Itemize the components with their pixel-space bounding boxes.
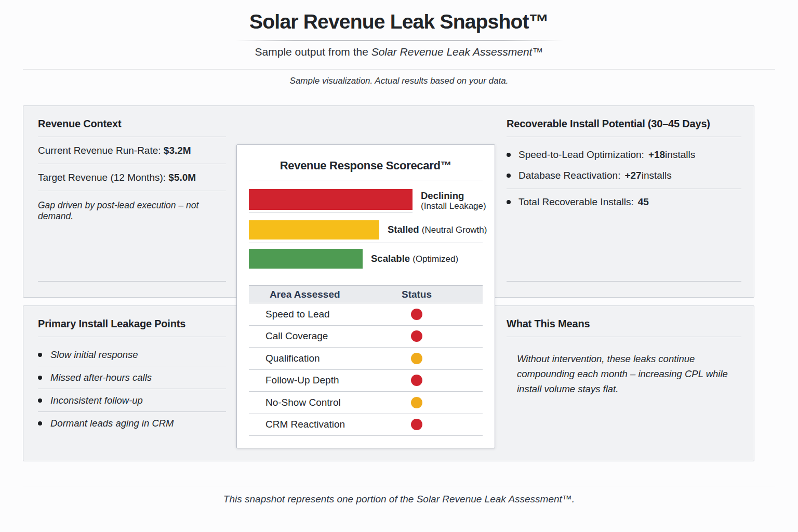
list-item-total: Total Recoverable Installs:45	[507, 189, 741, 212]
status-dot-icon	[411, 397, 422, 408]
list-item: Inconsistent follow-up	[38, 389, 226, 412]
declining-label-sub: (Install Leakage)	[421, 201, 486, 211]
scalable-label-sub: (Optimized)	[413, 254, 458, 264]
sample-visualization-note: Sample visualization. Actual results bas…	[0, 76, 798, 86]
table-row: Call Coverage	[249, 326, 483, 348]
declining-label-main: Declining	[421, 190, 486, 202]
what-this-means-section: What This Means Without intervention, th…	[507, 306, 741, 397]
revenue-context-heading: Revenue Context	[38, 106, 226, 137]
footer-note: This snapshot represents one portion of …	[0, 494, 798, 505]
list-item: Database Reactivation:+27 installs	[507, 165, 741, 186]
leakage-points-section: Primary Install Leakage Points Slow init…	[38, 306, 226, 434]
area-cell: Call Coverage	[249, 330, 385, 342]
stalled-label-main: Stalled	[388, 224, 419, 235]
list-item: Missed after-hours calls	[38, 366, 226, 389]
table-row: No-Show Control	[249, 392, 483, 414]
scalable-label: Scalable (Optimized)	[371, 253, 458, 264]
stalled-label: Stalled (Neutral Growth)	[388, 224, 487, 235]
stalled-bar	[249, 220, 379, 240]
status-dot-icon	[411, 419, 422, 430]
table-row: Follow-Up Depth	[249, 370, 483, 392]
area-cell: CRM Reactivation	[249, 419, 385, 430]
declining-label: Declining (Install Leakage)	[421, 190, 486, 212]
total-recoverable-value: 45	[638, 196, 649, 208]
target-revenue-label: Target Revenue (12 Months):	[38, 172, 168, 183]
header-divider	[23, 69, 775, 70]
area-cell: Qualification	[249, 353, 385, 364]
recoverable-heading: Recoverable Install Potential (30–45 Day…	[507, 106, 741, 137]
status-dot-icon	[411, 353, 422, 364]
area-cell: Speed to Lead	[249, 309, 385, 320]
revenue-context-section: Revenue Context Current Revenue Run-Rate…	[38, 106, 226, 222]
current-run-rate-label: Current Revenue Run-Rate:	[38, 145, 164, 156]
table-row: Speed to Lead	[249, 303, 483, 326]
status-header: Status	[385, 289, 448, 300]
scalable-label-main: Scalable	[371, 253, 410, 264]
area-assessed-header: Area Assessed	[249, 289, 385, 300]
bar-row-declining: Declining (Install Leakage)	[249, 189, 483, 212]
list-item: Slow initial response	[38, 343, 226, 366]
page-title: Solar Revenue Leak Snapshot™	[0, 10, 798, 33]
total-recoverable-label: Total Recoverable Installs:	[518, 196, 634, 208]
assessment-table: Area Assessed Status Speed to Lead Call …	[249, 285, 483, 436]
scorecard-title: Revenue Response Scorecard™	[249, 145, 483, 180]
recoverable-list: Speed-to-Lead Optimization:+18 installs …	[507, 144, 741, 212]
status-dot-icon	[411, 375, 422, 386]
solar-revenue-leak-snapshot-page: Solar Revenue Leak Snapshot™ Sample outp…	[0, 0, 798, 532]
gap-note: Gap driven by post-lead execution – not …	[38, 191, 226, 222]
leakage-heading: Primary Install Leakage Points	[38, 306, 226, 337]
left-column-bottom-rule	[38, 281, 226, 282]
recoverable-install-section: Recoverable Install Potential (30–45 Day…	[507, 106, 741, 212]
title-underline	[235, 40, 563, 41]
declining-bar-rule	[249, 212, 413, 212]
declining-bar	[249, 189, 413, 210]
bar-row-scalable: Scalable (Optimized)	[249, 249, 483, 269]
status-dot-icon	[411, 309, 422, 320]
bar-row-stalled: Stalled (Neutral Growth)	[249, 220, 483, 243]
table-row: CRM Reactivation	[249, 414, 483, 436]
target-revenue-value: $5.0M	[168, 172, 196, 183]
speed-to-lead-suffix: installs	[665, 149, 695, 161]
database-reactivation-value: +27	[624, 170, 641, 181]
speed-to-lead-value: +18	[648, 149, 665, 161]
scalable-bar	[249, 249, 363, 269]
right-column-bottom-rule	[507, 281, 741, 282]
current-run-rate-row: Current Revenue Run-Rate: $3.2M	[38, 137, 226, 164]
area-cell: No-Show Control	[249, 397, 385, 408]
revenue-response-scorecard-card: Revenue Response Scorecard™ Declining (I…	[236, 144, 495, 448]
current-run-rate-value: $3.2M	[164, 145, 191, 156]
what-this-means-text: Without intervention, these leaks contin…	[517, 351, 743, 397]
page-subtitle: Sample output from the Solar Revenue Lea…	[0, 46, 798, 58]
what-this-means-heading: What This Means	[507, 306, 741, 337]
table-header-row: Area Assessed Status	[249, 285, 483, 303]
status-dot-icon	[411, 330, 422, 342]
subtitle-product-name: Solar Revenue Leak Assessment™	[371, 46, 543, 58]
stalled-label-sub: (Neutral Growth)	[422, 225, 487, 235]
target-revenue-row: Target Revenue (12 Months): $5.0M	[38, 164, 226, 191]
list-item: Speed-to-Lead Optimization:+18 installs	[507, 144, 741, 165]
footer-divider	[23, 486, 775, 486]
database-reactivation-label: Database Reactivation:	[518, 170, 620, 181]
database-reactivation-suffix: installs	[642, 170, 672, 181]
list-item: Dormant leads aging in CRM	[38, 412, 226, 434]
speed-to-lead-label: Speed-to-Lead Optimization:	[518, 149, 644, 161]
subtitle-prefix: Sample output from the	[255, 46, 371, 58]
leakage-list: Slow initial response Missed after-hours…	[38, 343, 226, 434]
area-cell: Follow-Up Depth	[249, 375, 385, 386]
table-row: Qualification	[249, 348, 483, 370]
